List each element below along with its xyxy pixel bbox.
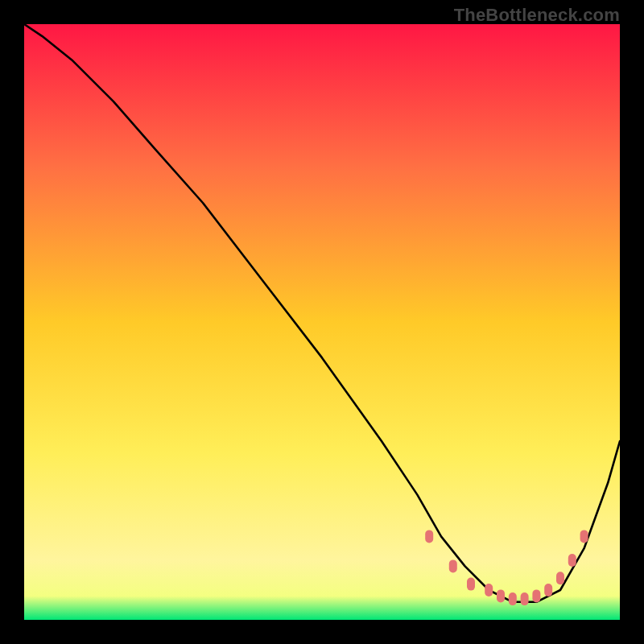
marker-dot	[449, 559, 457, 572]
marker-dot	[425, 530, 433, 543]
plot-area	[24, 24, 620, 620]
marker-dot	[497, 589, 505, 602]
marker-dot	[467, 578, 475, 591]
marker-dot	[509, 592, 517, 605]
marker-dot	[568, 554, 576, 567]
watermark-text: TheBottleneck.com	[454, 5, 620, 26]
marker-dot	[580, 530, 588, 543]
marker-dot	[544, 584, 552, 597]
marker-dot	[521, 592, 529, 605]
gradient-background	[24, 24, 620, 620]
marker-dot	[556, 572, 564, 584]
chart-svg	[24, 24, 620, 620]
marker-dot	[485, 584, 493, 597]
chart-container: TheBottleneck.com	[0, 0, 644, 644]
marker-dot	[532, 589, 540, 602]
